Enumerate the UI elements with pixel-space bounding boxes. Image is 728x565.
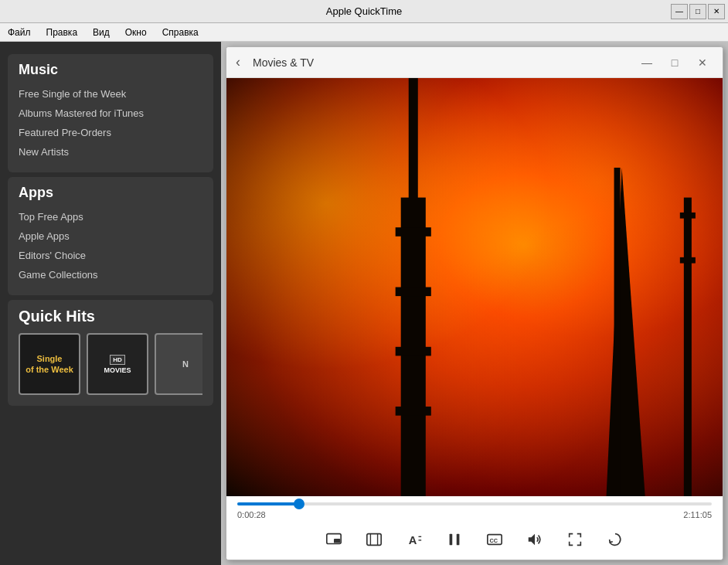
music-section-title: Music bbox=[19, 62, 202, 78]
time-display: 0:00:28 2:11:05 bbox=[226, 509, 723, 522]
sidebar-item-game-collections[interactable]: Game Collections bbox=[19, 265, 202, 284]
pause-icon bbox=[446, 531, 463, 548]
svg-marker-23 bbox=[529, 534, 535, 546]
app-title: Apple QuickTime bbox=[326, 5, 403, 17]
controls-area: 0:00:28 2:11:05 A bbox=[226, 496, 723, 560]
movies-tv-window: ‹ Movies & TV — □ ✕ bbox=[226, 46, 723, 560]
hd-movies-card[interactable]: HDMOVIES bbox=[87, 333, 148, 395]
sidebar-item-new-artists[interactable]: New Artists bbox=[19, 142, 202, 162]
volume-icon bbox=[526, 531, 543, 548]
sidebar-item-top-free[interactable]: Top Free Apps bbox=[19, 207, 202, 226]
window-minimize-button[interactable]: — bbox=[636, 52, 658, 73]
hd-movies-label: HDMOVIES bbox=[102, 353, 132, 376]
fullscreen-icon bbox=[566, 531, 583, 548]
single-of-week-card[interactable]: Singleof the Week bbox=[19, 333, 80, 395]
cc-button[interactable]: CC bbox=[482, 527, 507, 552]
sidebar-item-editors-choice[interactable]: Editors' Choice bbox=[19, 246, 202, 265]
window-title: Movies & TV bbox=[253, 56, 314, 69]
total-time: 2:11:05 bbox=[683, 510, 712, 519]
sidebar-item-apple-apps[interactable]: Apple Apps bbox=[19, 226, 202, 246]
playback-controls: A CC bbox=[226, 522, 723, 560]
svg-rect-12 bbox=[334, 539, 340, 543]
window-titlebar: ‹ Movies & TV — □ ✕ bbox=[226, 47, 723, 78]
fullscreen-button[interactable] bbox=[563, 527, 587, 552]
apps-section-title: Apps bbox=[19, 185, 202, 201]
menu-view[interactable]: Вид bbox=[90, 26, 113, 39]
menu-bar: Файл Правка Вид Окно Справка bbox=[0, 23, 728, 42]
video-background bbox=[226, 78, 723, 496]
volume-button[interactable] bbox=[522, 527, 547, 552]
minimize-button[interactable]: ― bbox=[671, 4, 688, 19]
progress-fill bbox=[237, 502, 299, 505]
video-area[interactable] bbox=[226, 78, 723, 496]
quick-hits-items: Singleof the Week HDMOVIES N bbox=[19, 333, 202, 395]
quick-hits-title: Quick Hits bbox=[19, 308, 202, 325]
main-content: Music Free Single of the Week Albums Mas… bbox=[0, 42, 728, 565]
sidebar-item-free-single[interactable]: Free Single of the Week bbox=[19, 84, 202, 104]
window-back-button[interactable]: ‹ bbox=[236, 54, 240, 70]
window-maximize-button[interactable]: □ bbox=[664, 52, 685, 73]
window-controls: — □ ✕ bbox=[636, 52, 713, 73]
pip-button[interactable] bbox=[321, 527, 346, 552]
sidebar-item-albums[interactable]: Albums Mastered for iTunes bbox=[19, 104, 202, 123]
title-bar-controls: ― □ ✕ bbox=[671, 4, 725, 19]
music-section: Music Free Single of the Week Albums Mas… bbox=[8, 54, 213, 172]
single-week-label: Singleof the Week bbox=[22, 350, 77, 379]
quick-hits-section: Quick Hits Singleof the Week HDMOVIES N bbox=[8, 300, 213, 406]
window-close-button[interactable]: ✕ bbox=[692, 52, 713, 73]
svg-rect-20 bbox=[457, 534, 460, 546]
current-time: 0:00:28 bbox=[237, 510, 266, 519]
title-bar: Apple QuickTime ― □ ✕ bbox=[0, 0, 728, 23]
hd-badge: HD bbox=[110, 355, 125, 365]
trim-icon bbox=[366, 531, 383, 548]
svg-text:CC: CC bbox=[490, 537, 498, 544]
third-card-label: N bbox=[182, 359, 189, 369]
loop-icon bbox=[607, 531, 624, 548]
third-card[interactable]: N bbox=[155, 333, 202, 395]
sidebar: Music Free Single of the Week Albums Mas… bbox=[0, 42, 221, 565]
svg-text:A: A bbox=[409, 534, 417, 546]
progress-thumb[interactable] bbox=[294, 499, 304, 509]
pause-button[interactable] bbox=[442, 527, 467, 552]
maximize-button[interactable]: □ bbox=[689, 4, 706, 19]
text-style-icon: A bbox=[406, 531, 423, 548]
apps-section: Apps Top Free Apps Apple Apps Editors' C… bbox=[8, 177, 213, 295]
loop-button[interactable] bbox=[603, 527, 628, 552]
pip-icon bbox=[325, 531, 342, 548]
fire-overlay bbox=[226, 78, 723, 496]
menu-edit[interactable]: Правка bbox=[43, 26, 81, 39]
menu-help[interactable]: Справка bbox=[159, 26, 202, 39]
menu-window[interactable]: Окно bbox=[122, 26, 150, 39]
progress-track[interactable] bbox=[237, 502, 712, 505]
svg-rect-13 bbox=[367, 534, 381, 546]
text-style-button[interactable]: A bbox=[402, 527, 427, 552]
svg-rect-19 bbox=[450, 534, 453, 546]
trim-button[interactable] bbox=[362, 527, 386, 552]
cc-icon: CC bbox=[486, 531, 503, 548]
progress-bar-container[interactable] bbox=[226, 496, 723, 509]
menu-file[interactable]: Файл bbox=[5, 26, 34, 39]
sidebar-item-preorders[interactable]: Featured Pre-Orders bbox=[19, 123, 202, 142]
close-button[interactable]: ✕ bbox=[708, 4, 725, 19]
